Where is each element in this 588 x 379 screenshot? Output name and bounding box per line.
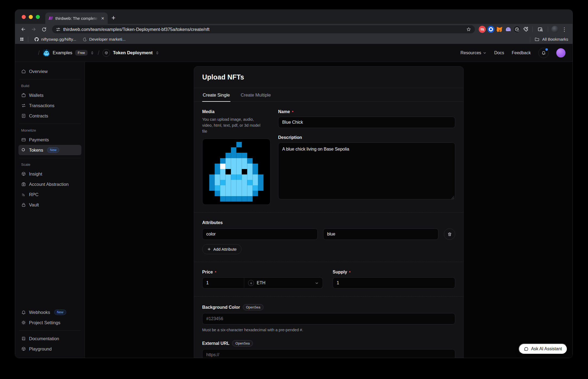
site-settings-icon[interactable] [56, 27, 60, 32]
currency-select[interactable]: ETH [244, 277, 323, 289]
sidebar-item-label: Playground [29, 346, 52, 352]
extension-icon-red[interactable] [479, 26, 486, 33]
feedback-link[interactable]: Feedback [512, 50, 531, 55]
external-url-label: External URL [202, 341, 229, 346]
sidebar-section-scale: Scale [18, 161, 81, 169]
extensions-puzzle-icon[interactable] [522, 26, 529, 33]
tab-search-icon[interactable] [536, 25, 545, 34]
trash-icon [447, 232, 452, 237]
extension-icon-dark[interactable] [513, 26, 520, 33]
bookmark-label: niftyswap.gg/Nifty... [41, 37, 76, 42]
sidebar-item-vault[interactable]: Vault [18, 200, 81, 210]
fullscreen-window-button[interactable] [36, 15, 40, 19]
bookmark-developer-marketing[interactable]: Developer marketi... [81, 37, 128, 42]
bookmark-niftyswap[interactable]: niftyswap.gg/Nifty... [32, 37, 78, 42]
plan-badge: Free [75, 50, 88, 56]
sidebar-item-account-abstraction[interactable]: Account Abstraction [18, 179, 81, 189]
sidebar-item-label: Overview [29, 69, 48, 74]
page-title: Upload NFTs [202, 73, 455, 81]
background-color-section: Background Color OpenSea Must be a six-c… [202, 304, 455, 333]
breadcrumb-slash: / [98, 49, 99, 56]
entity-switcher-icon[interactable] [155, 51, 159, 55]
description-textarea[interactable]: A blue chick living on Base Sepolia [278, 142, 455, 199]
extension-icon-blue[interactable] [487, 26, 494, 33]
sidebar-item-tokens[interactable]: Tokens New [18, 145, 81, 155]
docs-link[interactable]: Docs [494, 50, 504, 55]
credit-card-icon [21, 137, 26, 142]
sidebar-item-webhooks[interactable]: Webhooks New [18, 307, 81, 317]
thirdweb-logo[interactable] [22, 49, 35, 57]
tab-create-single[interactable]: Create Single [202, 88, 231, 101]
new-tab-button[interactable]: + [111, 14, 116, 21]
sidebar-item-overview[interactable]: Overview [18, 66, 81, 77]
chat-bubble-icon [524, 347, 529, 351]
external-url-input[interactable] [202, 349, 455, 358]
media-upload-preview[interactable] [202, 139, 271, 205]
price-input[interactable] [202, 277, 244, 289]
nft-image [209, 142, 264, 202]
bell-icon [21, 310, 26, 315]
notifications-button[interactable] [538, 48, 549, 58]
tab-close-icon[interactable]: ✕ [101, 16, 104, 20]
sidebar-item-wallets[interactable]: Wallets [18, 90, 81, 100]
sidebar-item-label: RPC [29, 192, 39, 197]
sidebar-item-rpc[interactable]: RPC [18, 189, 81, 200]
sidebar-item-label: Account Abstraction [29, 182, 69, 187]
media-label: Media [202, 109, 271, 114]
forward-icon[interactable] [29, 25, 38, 34]
sidebar-item-contracts[interactable]: Contracts [18, 111, 81, 121]
sidebar-section-monetize: Monetize [18, 127, 81, 135]
ask-ai-assistant-button[interactable]: Ask AI Assistant [519, 343, 567, 354]
cube-icon [21, 346, 26, 351]
url-bar[interactable]: thirdweb.com/team/examples/Token-Deploym… [52, 25, 475, 33]
sidebar-item-transactions[interactable]: Transactions [18, 100, 81, 111]
sidebar-item-payments[interactable]: Payments [18, 135, 81, 145]
browser-profile-avatar[interactable] [551, 26, 558, 33]
metamask-extension-icon[interactable] [496, 26, 503, 33]
back-icon[interactable] [19, 25, 28, 34]
sidebar-divider [19, 124, 81, 124]
new-badge: New [54, 310, 66, 315]
resources-menu[interactable]: Resources [461, 50, 487, 55]
tab-create-multiple[interactable]: Create Multiple [240, 88, 271, 101]
bookmarks-bar: niftyswap.gg/Nifty... Developer marketi.… [15, 35, 573, 44]
background-color-input[interactable] [202, 313, 455, 324]
attribute-value-input[interactable] [323, 228, 439, 240]
all-bookmarks-label[interactable]: All Bookmarks [542, 37, 568, 42]
browser-tab[interactable]: thirdweb: The complete web3 ✕ [45, 12, 108, 24]
eth-icon [248, 280, 254, 286]
window-controls[interactable] [15, 10, 45, 24]
name-input[interactable] [278, 117, 455, 128]
browser-window: thirdweb: The complete web3 ✕ + thirdweb… [15, 9, 573, 358]
minimize-window-button[interactable] [29, 15, 33, 19]
section-divider [194, 296, 464, 297]
apps-grid-icon[interactable] [20, 37, 24, 42]
sidebar-item-documentation[interactable]: Documentation [18, 333, 81, 344]
project-avatar [43, 49, 50, 56]
phantom-extension-icon[interactable] [505, 26, 512, 33]
project-name[interactable]: Examples [53, 50, 72, 55]
delete-attribute-button[interactable] [444, 228, 455, 240]
project-switcher-icon[interactable] [90, 51, 94, 55]
notification-dot [545, 48, 548, 51]
sidebar-divider [19, 79, 81, 79]
add-attribute-button[interactable]: Add Attribute [202, 244, 242, 254]
opensea-badge: OpenSea [243, 304, 264, 310]
account-avatar[interactable] [556, 48, 565, 58]
close-window-button[interactable] [22, 15, 26, 19]
sidebar-item-project-settings[interactable]: Project Settings [18, 317, 81, 328]
browser-menu-icon[interactable]: ⋮ [560, 25, 569, 34]
breadcrumb-slash: / [38, 49, 40, 56]
toolbar-divider [548, 27, 548, 32]
url-text[interactable]: thirdweb.com/team/examples/Token-Deploym… [63, 27, 464, 32]
reload-icon[interactable] [40, 25, 48, 34]
bookmark-star-icon[interactable] [466, 27, 471, 32]
sidebar-item-playground[interactable]: Playground [18, 344, 81, 354]
sidebar-item-insight[interactable]: Insight [18, 169, 81, 179]
entity-name[interactable]: Token Deployment [113, 50, 152, 55]
supply-input[interactable] [333, 277, 455, 289]
attribute-key-input[interactable] [202, 228, 318, 240]
crescent-icon [83, 37, 87, 42]
required-marker: * [292, 110, 293, 114]
sidebar-item-label: Vault [29, 202, 39, 208]
